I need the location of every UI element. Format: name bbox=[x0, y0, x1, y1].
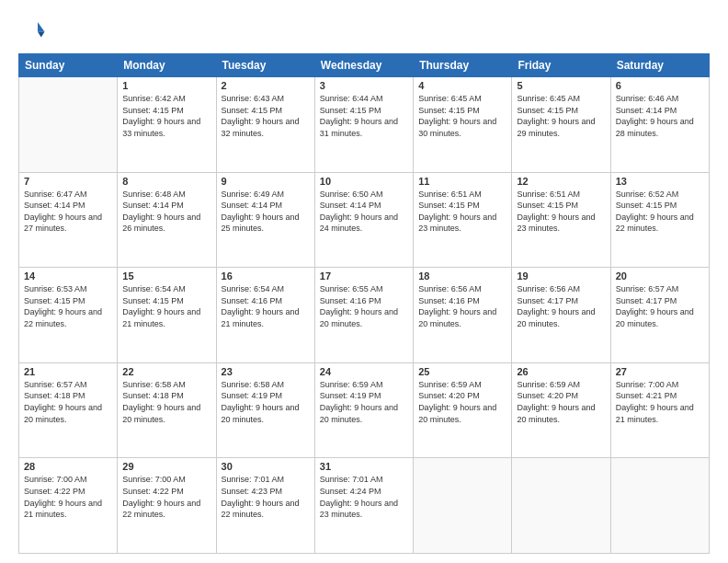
logo-icon bbox=[18, 17, 46, 44]
day-detail: Sunrise: 6:49 AMSunset: 4:14 PMDaylight:… bbox=[222, 189, 310, 235]
day-number: 13 bbox=[616, 176, 704, 187]
calendar-cell bbox=[19, 77, 118, 173]
day-number: 9 bbox=[222, 176, 310, 187]
calendar-cell: 29 Sunrise: 7:00 AMSunset: 4:22 PMDaylig… bbox=[118, 458, 216, 554]
weekday-header-sunday: Sunday bbox=[19, 54, 118, 77]
calendar-cell: 24 Sunrise: 6:59 AMSunset: 4:19 PMDaylig… bbox=[314, 362, 413, 458]
calendar-cell: 25 Sunrise: 6:59 AMSunset: 4:20 PMDaylig… bbox=[414, 362, 512, 458]
day-detail: Sunrise: 6:58 AMSunset: 4:18 PMDaylight:… bbox=[122, 379, 210, 425]
week-row-4: 28 Sunrise: 7:00 AMSunset: 4:22 PMDaylig… bbox=[19, 458, 710, 554]
day-number: 31 bbox=[320, 461, 408, 472]
day-number: 8 bbox=[122, 176, 210, 187]
calendar-cell: 20 Sunrise: 6:57 AMSunset: 4:17 PMDaylig… bbox=[610, 268, 709, 363]
day-number: 27 bbox=[616, 366, 704, 377]
weekday-header-row: SundayMondayTuesdayWednesdayThursdayFrid… bbox=[19, 54, 710, 77]
calendar-cell: 18 Sunrise: 6:56 AMSunset: 4:16 PMDaylig… bbox=[414, 268, 512, 363]
day-detail: Sunrise: 6:52 AMSunset: 4:15 PMDaylight:… bbox=[616, 189, 704, 235]
calendar-cell: 30 Sunrise: 7:01 AMSunset: 4:23 PMDaylig… bbox=[216, 458, 314, 554]
day-detail: Sunrise: 6:54 AMSunset: 4:15 PMDaylight:… bbox=[122, 283, 210, 329]
day-number: 10 bbox=[320, 176, 408, 187]
day-number: 26 bbox=[517, 366, 605, 377]
calendar-cell: 3 Sunrise: 6:44 AMSunset: 4:15 PMDayligh… bbox=[314, 77, 413, 173]
day-number: 12 bbox=[517, 176, 605, 187]
calendar-cell: 7 Sunrise: 6:47 AMSunset: 4:14 PMDayligh… bbox=[19, 172, 118, 268]
day-number: 16 bbox=[222, 270, 310, 282]
day-number: 4 bbox=[418, 80, 506, 91]
day-number: 11 bbox=[418, 176, 506, 187]
day-number: 25 bbox=[418, 366, 506, 377]
day-detail: Sunrise: 6:57 AMSunset: 4:18 PMDaylight:… bbox=[24, 379, 112, 425]
day-number: 17 bbox=[320, 270, 408, 282]
day-detail: Sunrise: 6:45 AMSunset: 4:15 PMDaylight:… bbox=[418, 93, 506, 139]
day-detail: Sunrise: 6:50 AMSunset: 4:14 PMDaylight:… bbox=[320, 189, 408, 235]
weekday-header-saturday: Saturday bbox=[610, 54, 709, 77]
day-detail: Sunrise: 7:00 AMSunset: 4:21 PMDaylight:… bbox=[616, 379, 704, 425]
week-row-2: 14 Sunrise: 6:53 AMSunset: 4:15 PMDaylig… bbox=[19, 268, 710, 363]
day-detail: Sunrise: 6:59 AMSunset: 4:20 PMDaylight:… bbox=[418, 379, 506, 425]
svg-marker-1 bbox=[38, 32, 45, 38]
calendar-cell: 13 Sunrise: 6:52 AMSunset: 4:15 PMDaylig… bbox=[610, 172, 709, 268]
calendar-cell: 22 Sunrise: 6:58 AMSunset: 4:18 PMDaylig… bbox=[118, 362, 216, 458]
day-number: 28 bbox=[24, 461, 112, 472]
svg-marker-0 bbox=[38, 22, 45, 32]
calendar-cell: 31 Sunrise: 7:01 AMSunset: 4:24 PMDaylig… bbox=[314, 458, 413, 554]
weekday-header-wednesday: Wednesday bbox=[314, 54, 413, 77]
day-number: 21 bbox=[24, 366, 112, 377]
day-number: 15 bbox=[122, 270, 210, 282]
calendar-cell: 14 Sunrise: 6:53 AMSunset: 4:15 PMDaylig… bbox=[19, 268, 118, 363]
calendar-cell: 27 Sunrise: 7:00 AMSunset: 4:21 PMDaylig… bbox=[610, 362, 709, 458]
calendar-cell: 12 Sunrise: 6:51 AMSunset: 4:15 PMDaylig… bbox=[512, 172, 610, 268]
day-number: 22 bbox=[122, 366, 210, 377]
logo bbox=[18, 17, 50, 44]
header bbox=[18, 17, 710, 44]
day-detail: Sunrise: 6:51 AMSunset: 4:15 PMDaylight:… bbox=[418, 189, 506, 235]
day-number: 30 bbox=[222, 461, 310, 472]
day-number: 14 bbox=[24, 270, 112, 282]
calendar-cell: 28 Sunrise: 7:00 AMSunset: 4:22 PMDaylig… bbox=[19, 458, 118, 554]
calendar-cell: 4 Sunrise: 6:45 AMSunset: 4:15 PMDayligh… bbox=[414, 77, 512, 173]
day-detail: Sunrise: 6:55 AMSunset: 4:16 PMDaylight:… bbox=[320, 283, 408, 329]
week-row-3: 21 Sunrise: 6:57 AMSunset: 4:18 PMDaylig… bbox=[19, 362, 710, 458]
day-number: 23 bbox=[222, 366, 310, 377]
day-number: 20 bbox=[616, 270, 704, 282]
day-detail: Sunrise: 6:53 AMSunset: 4:15 PMDaylight:… bbox=[24, 283, 112, 329]
day-number: 18 bbox=[418, 270, 506, 282]
weekday-header-friday: Friday bbox=[512, 54, 610, 77]
week-row-0: 1 Sunrise: 6:42 AMSunset: 4:15 PMDayligh… bbox=[19, 77, 710, 173]
day-number: 1 bbox=[122, 80, 210, 91]
calendar-cell bbox=[610, 458, 709, 554]
day-detail: Sunrise: 6:51 AMSunset: 4:15 PMDaylight:… bbox=[517, 189, 605, 235]
day-detail: Sunrise: 6:48 AMSunset: 4:14 PMDaylight:… bbox=[122, 189, 210, 235]
day-detail: Sunrise: 6:43 AMSunset: 4:15 PMDaylight:… bbox=[222, 93, 310, 139]
day-detail: Sunrise: 7:00 AMSunset: 4:22 PMDaylight:… bbox=[122, 474, 210, 520]
day-number: 6 bbox=[616, 80, 704, 91]
day-number: 2 bbox=[222, 80, 310, 91]
calendar-cell: 8 Sunrise: 6:48 AMSunset: 4:14 PMDayligh… bbox=[118, 172, 216, 268]
day-detail: Sunrise: 6:58 AMSunset: 4:19 PMDaylight:… bbox=[222, 379, 310, 425]
calendar-cell: 1 Sunrise: 6:42 AMSunset: 4:15 PMDayligh… bbox=[118, 77, 216, 173]
day-detail: Sunrise: 6:59 AMSunset: 4:20 PMDaylight:… bbox=[517, 379, 605, 425]
day-number: 5 bbox=[517, 80, 605, 91]
day-number: 29 bbox=[122, 461, 210, 472]
calendar-cell: 26 Sunrise: 6:59 AMSunset: 4:20 PMDaylig… bbox=[512, 362, 610, 458]
weekday-header-monday: Monday bbox=[118, 54, 216, 77]
weekday-header-tuesday: Tuesday bbox=[216, 54, 314, 77]
calendar-cell bbox=[414, 458, 512, 554]
day-number: 3 bbox=[320, 80, 408, 91]
day-detail: Sunrise: 6:47 AMSunset: 4:14 PMDaylight:… bbox=[24, 189, 112, 235]
day-detail: Sunrise: 7:01 AMSunset: 4:24 PMDaylight:… bbox=[320, 474, 408, 520]
day-detail: Sunrise: 6:45 AMSunset: 4:15 PMDaylight:… bbox=[517, 93, 605, 139]
calendar-cell bbox=[512, 458, 610, 554]
day-detail: Sunrise: 6:46 AMSunset: 4:14 PMDaylight:… bbox=[616, 93, 704, 139]
day-number: 7 bbox=[24, 176, 112, 187]
calendar-cell: 16 Sunrise: 6:54 AMSunset: 4:16 PMDaylig… bbox=[216, 268, 314, 363]
day-detail: Sunrise: 6:59 AMSunset: 4:19 PMDaylight:… bbox=[320, 379, 408, 425]
day-number: 24 bbox=[320, 366, 408, 377]
calendar-cell: 21 Sunrise: 6:57 AMSunset: 4:18 PMDaylig… bbox=[19, 362, 118, 458]
calendar-cell: 5 Sunrise: 6:45 AMSunset: 4:15 PMDayligh… bbox=[512, 77, 610, 173]
calendar-table: SundayMondayTuesdayWednesdayThursdayFrid… bbox=[18, 53, 710, 554]
day-number: 19 bbox=[517, 270, 605, 282]
calendar-cell: 10 Sunrise: 6:50 AMSunset: 4:14 PMDaylig… bbox=[314, 172, 413, 268]
day-detail: Sunrise: 7:00 AMSunset: 4:22 PMDaylight:… bbox=[24, 474, 112, 520]
calendar-cell: 11 Sunrise: 6:51 AMSunset: 4:15 PMDaylig… bbox=[414, 172, 512, 268]
